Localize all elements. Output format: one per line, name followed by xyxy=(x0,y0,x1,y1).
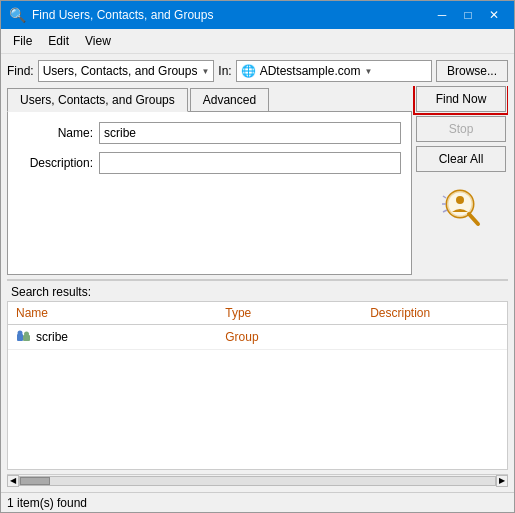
cell-description xyxy=(362,335,507,339)
tab-users-contacts-groups[interactable]: Users, Contacts, and Groups xyxy=(7,88,188,112)
main-content: Find: Users, Contacts, and Groups ▼ In: … xyxy=(1,54,514,492)
search-icon-area xyxy=(416,184,508,232)
domain-dropdown-arrow: ▼ xyxy=(364,67,372,76)
table-row[interactable]: scribe Group xyxy=(8,325,507,350)
status-bar: 1 item(s) found xyxy=(1,492,514,512)
find-type-dropdown-arrow: ▼ xyxy=(201,67,209,76)
stop-button[interactable]: Stop xyxy=(416,116,506,142)
find-type-dropdown[interactable]: Users, Contacts, and Groups ▼ xyxy=(38,60,215,82)
description-label: Description: xyxy=(18,156,93,170)
status-text: 1 item(s) found xyxy=(7,496,87,510)
minimize-button[interactable]: ─ xyxy=(430,5,454,25)
scrollbar-area: ◀ ▶ xyxy=(7,474,508,486)
horizontal-scrollbar[interactable] xyxy=(19,476,496,486)
results-section: Search results: Name Type Description xyxy=(7,279,508,470)
svg-point-10 xyxy=(24,332,29,337)
scroll-thumb[interactable] xyxy=(20,477,50,485)
results-label: Search results: xyxy=(7,281,508,301)
svg-line-6 xyxy=(443,210,447,212)
domain-dropdown[interactable]: 🌐 ADtestsample.com ▼ xyxy=(236,60,432,82)
main-panel: Users, Contacts, and Groups Advanced Nam… xyxy=(7,86,508,275)
window-title: Find Users, Contacts, and Groups xyxy=(32,8,213,22)
column-header-type: Type xyxy=(217,304,362,322)
column-header-description: Description xyxy=(362,304,507,322)
title-bar: 🔍 Find Users, Contacts, and Groups ─ □ ✕ xyxy=(1,1,514,29)
scroll-left-button[interactable]: ◀ xyxy=(7,475,19,487)
table-header: Name Type Description xyxy=(8,302,507,325)
group-icon xyxy=(16,329,32,345)
description-input[interactable] xyxy=(99,152,401,174)
svg-point-8 xyxy=(18,331,23,336)
name-label: Name: xyxy=(18,126,93,140)
find-type-value: Users, Contacts, and Groups xyxy=(43,64,198,78)
left-panel: Users, Contacts, and Groups Advanced Nam… xyxy=(7,86,412,275)
menu-bar: File Edit View xyxy=(1,29,514,54)
find-row: Find: Users, Contacts, and Groups ▼ In: … xyxy=(7,60,508,82)
domain-value: ADtestsample.com xyxy=(260,64,361,78)
form-area: Name: Description: xyxy=(7,112,412,275)
menu-item-file[interactable]: File xyxy=(5,31,40,51)
domain-icon: 🌐 xyxy=(241,64,256,78)
browse-button[interactable]: Browse... xyxy=(436,60,508,82)
tab-advanced[interactable]: Advanced xyxy=(190,88,269,111)
window-icon: 🔍 xyxy=(9,7,26,23)
find-label: Find: xyxy=(7,64,34,78)
clear-all-button[interactable]: Clear All xyxy=(416,146,506,172)
search-animation-icon xyxy=(438,184,486,232)
cell-type: Group xyxy=(217,328,362,346)
title-controls: ─ □ ✕ xyxy=(430,5,506,25)
column-header-name: Name xyxy=(8,304,217,322)
title-bar-left: 🔍 Find Users, Contacts, and Groups xyxy=(9,7,213,23)
find-now-button[interactable]: Find Now xyxy=(416,86,506,112)
menu-item-view[interactable]: View xyxy=(77,31,119,51)
svg-line-4 xyxy=(443,196,446,198)
right-buttons: Find Now Stop Clear All xyxy=(416,86,508,275)
results-table: Name Type Description scri xyxy=(7,301,508,470)
name-row: Name: xyxy=(18,122,401,144)
cell-name: scribe xyxy=(8,327,217,347)
maximize-button[interactable]: □ xyxy=(456,5,480,25)
name-input[interactable] xyxy=(99,122,401,144)
tabs: Users, Contacts, and Groups Advanced xyxy=(7,86,412,112)
svg-line-3 xyxy=(469,214,478,224)
in-label: In: xyxy=(218,64,231,78)
scroll-right-button[interactable]: ▶ xyxy=(496,475,508,487)
close-button[interactable]: ✕ xyxy=(482,5,506,25)
table-body: scribe Group xyxy=(8,325,507,468)
svg-point-2 xyxy=(456,196,464,204)
menu-item-edit[interactable]: Edit xyxy=(40,31,77,51)
description-row: Description: xyxy=(18,152,401,174)
main-window: 🔍 Find Users, Contacts, and Groups ─ □ ✕… xyxy=(0,0,515,513)
